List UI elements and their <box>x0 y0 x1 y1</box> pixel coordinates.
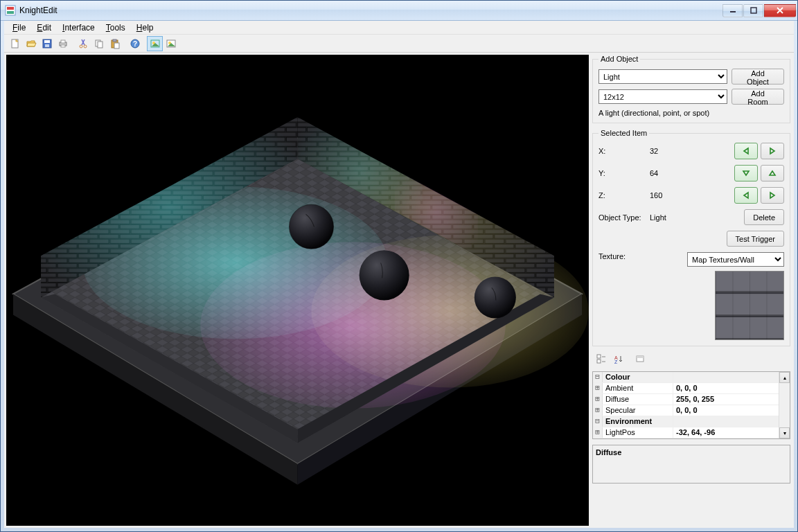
svg-rect-3 <box>730 11 736 12</box>
property-grid[interactable]: ⊟Colour⊞Ambient0, 0, 0⊞Diffuse255, 0, 25… <box>592 371 790 439</box>
svg-rect-50 <box>597 360 601 363</box>
property-row[interactable]: ⊞Diffuse255, 0, 255 <box>593 394 779 405</box>
test-trigger-button[interactable]: Test Trigger <box>727 231 784 247</box>
help-icon[interactable]: ? <box>127 36 143 51</box>
z-label: Z: <box>598 191 650 200</box>
texture-label: Texture: <box>598 252 682 260</box>
z-increase-button[interactable] <box>761 187 784 204</box>
object-type-value: Light <box>650 213 701 222</box>
z-decrease-button[interactable] <box>734 187 758 204</box>
property-help-title: Diffuse <box>596 448 787 456</box>
svg-rect-8 <box>45 44 49 47</box>
property-row[interactable]: ⊞Specular0, 0, 0 <box>593 405 779 416</box>
svg-text:?: ? <box>132 40 136 48</box>
x-increase-button[interactable] <box>761 143 784 159</box>
y-label: Y: <box>598 169 650 177</box>
svg-rect-10 <box>61 40 65 43</box>
svg-point-48 <box>475 276 516 318</box>
image-mode-a-icon[interactable] <box>147 36 163 51</box>
copy-icon[interactable] <box>91 36 107 51</box>
toolbar: ? <box>4 35 794 53</box>
property-row[interactable]: ⊞LightPos-32, 64, -96 <box>593 427 779 438</box>
add-room-button[interactable]: Add Room <box>732 89 784 105</box>
svg-rect-17 <box>113 39 116 42</box>
minimize-button[interactable] <box>722 4 743 17</box>
open-icon[interactable] <box>23 36 39 51</box>
content-area: Add Object Light Add Object 12x12 Add Ro… <box>4 53 794 528</box>
property-category[interactable]: ⊟Environment <box>593 416 779 427</box>
property-pages-icon[interactable] <box>632 353 648 365</box>
svg-point-47 <box>360 250 409 300</box>
add-object-group: Add Object Light Add Object 12x12 Add Ro… <box>592 55 790 123</box>
add-object-button[interactable]: Add Object <box>732 69 784 85</box>
svg-rect-54 <box>637 356 644 358</box>
object-type-label: Object Type: <box>598 213 650 222</box>
svg-rect-18 <box>114 43 119 48</box>
texture-select[interactable]: Map Textures/Wall <box>687 252 784 267</box>
scroll-down-icon[interactable]: ▾ <box>779 427 790 438</box>
app-window: KnightEdit File Edit Interface Tools Hel… <box>0 0 798 532</box>
property-toolbar: AZ <box>592 352 790 366</box>
print-icon[interactable] <box>55 36 71 51</box>
paste-icon[interactable] <box>107 36 123 51</box>
menubar: File Edit Interface Tools Help <box>4 21 794 35</box>
y-value: 64 <box>650 169 701 177</box>
svg-rect-49 <box>597 355 601 358</box>
selected-item-group: Selected Item X: 32 Y: 64 <box>592 129 790 346</box>
svg-point-12 <box>80 45 82 48</box>
titlebar[interactable]: KnightEdit <box>1 1 797 21</box>
viewport-3d[interactable] <box>6 55 589 526</box>
menu-interface[interactable]: Interface <box>57 21 100 34</box>
add-object-legend: Add Object <box>598 55 640 63</box>
close-button[interactable] <box>764 4 796 17</box>
alphabetical-icon[interactable]: AZ <box>610 353 626 365</box>
y-decrease-button[interactable] <box>734 165 758 181</box>
app-icon <box>5 5 16 16</box>
side-panel: Add Object Light Add Object 12x12 Add Ro… <box>591 55 792 526</box>
save-icon[interactable] <box>39 36 55 51</box>
property-scrollbar[interactable]: ▴ ▾ <box>779 372 790 438</box>
svg-rect-15 <box>98 42 103 48</box>
client-area: File Edit Interface Tools Help ? <box>1 21 797 531</box>
property-category[interactable]: ⊟Colour <box>593 372 779 383</box>
svg-rect-1 <box>7 7 14 10</box>
svg-rect-11 <box>61 45 65 47</box>
x-decrease-button[interactable] <box>734 143 758 159</box>
image-mode-b-icon[interactable] <box>163 36 179 51</box>
delete-button[interactable]: Delete <box>744 209 784 225</box>
property-row[interactable]: ⊞Ambient0, 0, 0 <box>593 383 779 394</box>
x-label: X: <box>598 147 650 155</box>
property-help: Diffuse <box>592 445 790 484</box>
menu-file[interactable]: File <box>7 21 31 34</box>
x-value: 32 <box>650 147 701 155</box>
object-type-select[interactable]: Light <box>598 69 727 84</box>
svg-text:Z: Z <box>614 360 618 364</box>
menu-tools[interactable]: Tools <box>100 21 131 34</box>
texture-preview <box>715 271 784 340</box>
selected-item-legend: Selected Item <box>598 129 649 137</box>
scroll-up-icon[interactable]: ▴ <box>779 372 790 383</box>
z-value: 160 <box>650 191 701 200</box>
maximize-button[interactable] <box>743 4 763 17</box>
object-description: A light (directional, point, or spot) <box>598 109 784 117</box>
svg-rect-2 <box>7 11 14 14</box>
categorized-icon[interactable] <box>594 353 609 365</box>
new-icon[interactable] <box>7 36 23 51</box>
room-size-select[interactable]: 12x12 <box>598 89 727 104</box>
svg-rect-7 <box>44 40 50 43</box>
menu-edit[interactable]: Edit <box>31 21 57 34</box>
svg-point-13 <box>84 45 87 48</box>
svg-rect-4 <box>751 8 756 13</box>
app-title: KnightEdit <box>19 6 722 15</box>
y-increase-button[interactable] <box>761 165 784 181</box>
menu-help[interactable]: Help <box>131 21 159 34</box>
cut-icon[interactable] <box>75 36 91 51</box>
